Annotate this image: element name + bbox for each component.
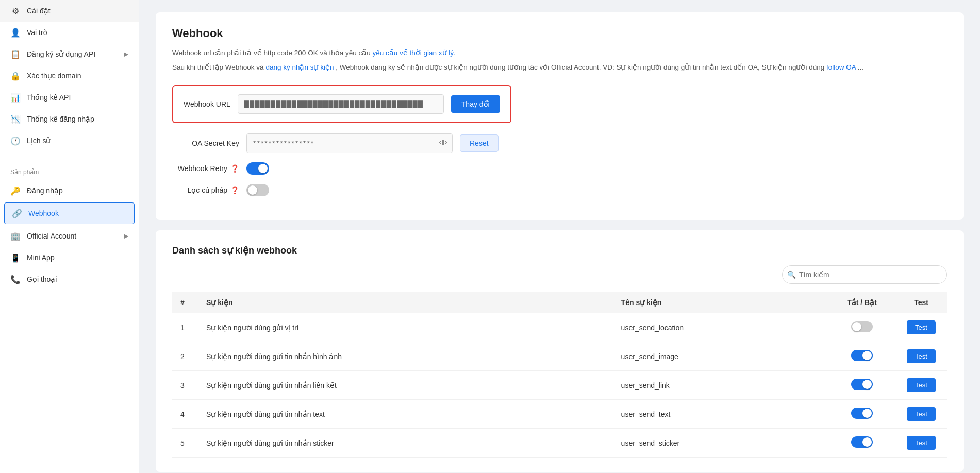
- sidebar-item-label: Gọi thoại: [27, 275, 57, 283]
- row-toggle[interactable]: [851, 350, 873, 361]
- chevron-right-icon: ▶: [124, 232, 128, 240]
- sidebar-divider: [0, 156, 139, 156]
- sidebar-item-thong-ke-api[interactable]: 📊 Thống kê API: [0, 87, 139, 108]
- sidebar-item-label: Lịch sử: [27, 137, 51, 145]
- change-webhook-url-button[interactable]: Thay đổi: [451, 95, 500, 113]
- row-su-kien: Sự kiện người dùng gửi tin nhắn hình ảnh: [198, 342, 613, 371]
- row-su-kien: Sự kiện người dùng gửi tin nhắn liên kết: [198, 371, 613, 400]
- sidebar-item-cai-dat[interactable]: ⚙ Cài đặt: [0, 0, 139, 22]
- desc2-pre: Sau khi thiết lập Webhook và: [172, 63, 264, 71]
- row-toggle[interactable]: [851, 408, 873, 419]
- desc2-link1[interactable]: đăng ký nhận sự kiện: [265, 63, 334, 71]
- search-input[interactable]: [782, 265, 947, 284]
- webhook-url-box: Webhook URL Thay đổi: [172, 85, 511, 123]
- loc-cu-phap-help-icon[interactable]: ❓: [230, 186, 239, 194]
- row-toggle[interactable]: [851, 379, 873, 390]
- col-ten-su-kien: Tên sự kiện: [613, 292, 828, 313]
- gear-icon: ⚙: [10, 6, 21, 16]
- oa-secret-input[interactable]: [246, 133, 453, 153]
- sidebar-item-dang-nhap[interactable]: 🔑 Đăng nhập: [0, 180, 139, 201]
- eye-icon[interactable]: 👁: [439, 139, 447, 148]
- oa-secret-row: OA Secret Key 👁 Reset: [172, 133, 947, 153]
- sidebar-item-label: Webhook: [28, 209, 59, 217]
- row-test-cell: Test: [895, 400, 947, 429]
- sidebar-item-label: Thống kê đăng nhập: [27, 115, 94, 123]
- events-section-title: Danh sách sự kiện webhook: [172, 245, 947, 256]
- table-row: 5 Sự kiện người dùng gửi tin nhắn sticke…: [172, 429, 947, 458]
- loc-cu-phap-toggle[interactable]: [246, 184, 269, 196]
- main-content: Webhook Webhook url cần phải trả về http…: [139, 0, 980, 473]
- table-row: 3 Sự kiện người dùng gửi tin nhắn liên k…: [172, 371, 947, 400]
- row-toggle-cell: [828, 313, 895, 342]
- events-table: # Sự kiện Tên sự kiện Tắt / Bật Test 1 S…: [172, 292, 947, 458]
- sidebar-item-official-account[interactable]: 🏢 Official Account ▶: [0, 225, 139, 247]
- row-num: 5: [172, 429, 198, 458]
- row-ten-su-kien: user_send_sticker: [613, 429, 828, 458]
- sidebar-item-label: Thống kê API: [27, 93, 71, 102]
- test-button[interactable]: Test: [907, 407, 936, 421]
- sidebar-item-vai-tro[interactable]: 👤 Vai trò: [0, 22, 139, 43]
- login-stats-icon: 📉: [10, 114, 21, 124]
- desc2-mid: , Webhook đăng ký sẽ nhận được sự kiện n…: [336, 63, 824, 71]
- webhook-retry-row: Webhook Retry ❓: [172, 162, 947, 175]
- table-row: 2 Sự kiện người dùng gửi tin nhắn hình ả…: [172, 342, 947, 371]
- webhook-url-input[interactable]: [238, 94, 444, 114]
- row-toggle-cell: [828, 429, 895, 458]
- test-button[interactable]: Test: [907, 320, 936, 334]
- table-row: 4 Sự kiện người dùng gửi tin nhắn text u…: [172, 400, 947, 429]
- col-num: #: [172, 292, 198, 313]
- row-num: 2: [172, 342, 198, 371]
- sidebar-item-webhook[interactable]: 🔗 Webhook: [4, 202, 135, 224]
- search-row: 🔍: [172, 265, 947, 284]
- row-toggle-cell: [828, 342, 895, 371]
- secret-input-wrap: 👁: [246, 133, 453, 153]
- user-icon: 👤: [10, 27, 21, 38]
- desc2-link2[interactable]: follow OA: [826, 63, 856, 71]
- row-num: 3: [172, 371, 198, 400]
- test-button[interactable]: Test: [907, 378, 936, 392]
- sidebar-item-thong-ke-dang-nhap[interactable]: 📉 Thống kê đăng nhập: [0, 108, 139, 130]
- row-toggle[interactable]: [851, 436, 873, 448]
- sidebar-item-label: Official Account: [27, 232, 76, 240]
- phone-icon: 📞: [10, 274, 21, 284]
- row-num: 4: [172, 400, 198, 429]
- oa-secret-label: OA Secret Key: [172, 139, 239, 147]
- row-su-kien: Sự kiện người dùng gửi tin nhắn text: [198, 400, 613, 429]
- test-button[interactable]: Test: [907, 349, 936, 363]
- reset-secret-button[interactable]: Reset: [460, 134, 499, 152]
- sidebar-item-label: Mini App: [27, 254, 55, 262]
- sidebar-item-label: Đăng ký sử dụng API: [27, 50, 95, 58]
- sidebar-item-mini-app[interactable]: 📱 Mini App: [0, 247, 139, 268]
- col-test: Test: [895, 292, 947, 313]
- toggle-thumb: [862, 437, 872, 447]
- stats-icon: 📊: [10, 92, 21, 103]
- sidebar-item-label: Đăng nhập: [27, 187, 63, 195]
- sidebar-item-xac-thuc-domain[interactable]: 🔒 Xác thực domain: [0, 65, 139, 87]
- search-wrap: 🔍: [782, 265, 947, 284]
- row-test-cell: Test: [895, 429, 947, 458]
- row-toggle-cell: [828, 371, 895, 400]
- toggle-thumb: [862, 409, 872, 418]
- domain-icon: 🔒: [10, 71, 21, 81]
- sidebar-item-lich-su[interactable]: 🕐 Lịch sử: [0, 130, 139, 151]
- row-num: 1: [172, 313, 198, 342]
- search-icon: 🔍: [787, 271, 796, 279]
- register-icon: 📋: [10, 49, 21, 59]
- row-ten-su-kien: user_send_image: [613, 342, 828, 371]
- test-button[interactable]: Test: [907, 436, 936, 450]
- webhook-retry-toggle[interactable]: [246, 162, 269, 175]
- row-toggle[interactable]: [851, 321, 873, 332]
- table-row: 1 Sự kiện người dùng gửi vị trí user_sen…: [172, 313, 947, 342]
- desc1-link[interactable]: yêu cầu về thời gian xử lý.: [372, 49, 455, 57]
- loc-cu-phap-row: Lọc cú pháp ❓: [172, 184, 947, 196]
- toggle-thumb: [258, 164, 268, 173]
- col-su-kien: Sự kiện: [198, 292, 613, 313]
- chevron-right-icon: ▶: [124, 50, 128, 58]
- sidebar-item-goi-thoai[interactable]: 📞 Gọi thoại: [0, 268, 139, 290]
- row-ten-su-kien: user_send_text: [613, 400, 828, 429]
- row-test-cell: Test: [895, 371, 947, 400]
- desc2: Sau khi thiết lập Webhook và đăng ký nhậ…: [172, 62, 947, 73]
- toggle-thumb: [852, 322, 861, 331]
- webhook-retry-help-icon[interactable]: ❓: [230, 164, 239, 173]
- sidebar-item-dang-ky-api[interactable]: 📋 Đăng ký sử dụng API ▶: [0, 43, 139, 65]
